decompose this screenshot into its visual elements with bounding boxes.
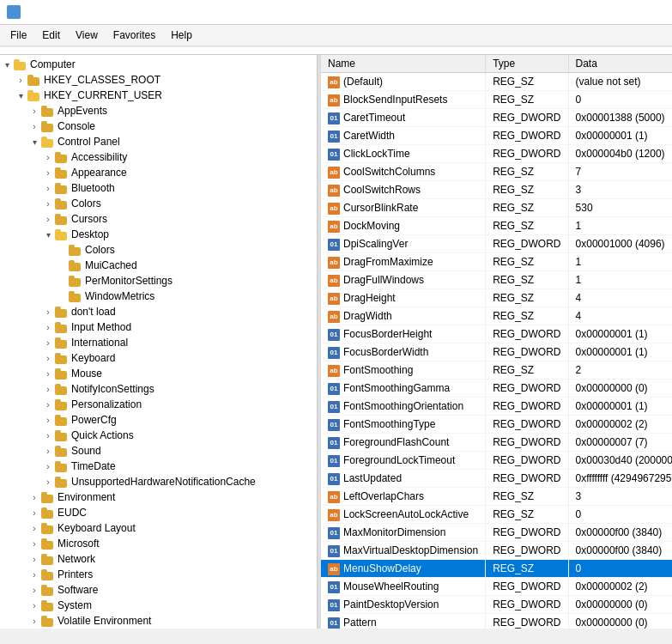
tree-item-inputmethod[interactable]: ›Input Method <box>0 319 317 335</box>
table-row[interactable]: abDragHeightREG_SZ4 <box>321 289 672 307</box>
tree-arrow-controlpanel[interactable]: ▾ <box>27 137 41 147</box>
table-row[interactable]: 01PaintDesktopVersionREG_DWORD0x00000000… <box>321 596 672 614</box>
tree-arrow-powercfg[interactable]: › <box>41 416 55 425</box>
table-row[interactable]: abLockScreenAutoLockActiveREG_SZ0 <box>321 506 672 524</box>
tree-item-timedate[interactable]: ›TimeDate <box>0 459 317 474</box>
menu-item-favorites[interactable]: Favorites <box>106 27 162 44</box>
table-row[interactable]: 01ClickLockTimeREG_DWORD0x000004b0 (1200… <box>321 145 672 163</box>
tree-item-muicached[interactable]: MuiCached <box>0 258 317 273</box>
tree-item-dontload[interactable]: ›don't load <box>0 304 317 319</box>
table-row[interactable]: abLeftOverlapCharsREG_SZ3 <box>321 488 672 506</box>
menu-item-view[interactable]: View <box>69 27 105 44</box>
tree-item-quickactions[interactable]: ›Quick Actions <box>0 428 317 443</box>
table-row[interactable]: 01MaxVirtualDesktopDimensionREG_DWORD0x0… <box>321 542 672 560</box>
tree-arrow-microsoft[interactable]: › <box>27 539 41 549</box>
tree-item-environment[interactable]: ›Environment <box>0 489 317 505</box>
tree-item-desktop-colors[interactable]: Colors <box>0 242 317 258</box>
table-row[interactable]: 01DpiScalingVerREG_DWORD0x00001000 (4096… <box>321 235 672 253</box>
menu-item-help[interactable]: Help <box>164 27 199 44</box>
tree-item-international[interactable]: ›International <box>0 335 317 350</box>
tree-item-microsoft[interactable]: ›Microsoft <box>0 536 317 551</box>
tree-arrow-international[interactable]: › <box>41 338 55 348</box>
tree-item-accessibility[interactable]: ›Accessibility <box>0 149 317 165</box>
tree-arrow-personalization[interactable]: › <box>41 400 55 410</box>
tree-arrow-cursors[interactable]: › <box>41 215 55 224</box>
tree-arrow-quickactions[interactable]: › <box>41 431 55 440</box>
tree-item-network[interactable]: ›Network <box>0 551 317 567</box>
tree-arrow-console[interactable]: › <box>27 122 41 131</box>
table-row[interactable]: abBlockSendInputResetsREG_SZ0 <box>321 91 672 109</box>
table-row[interactable]: abDragWidthREG_SZ4 <box>321 307 672 325</box>
table-row[interactable]: 01FocusBorderWidthREG_DWORD0x00000001 (1… <box>321 343 672 361</box>
tree-item-computer[interactable]: ▾Computer <box>0 57 317 72</box>
tree-arrow-colors[interactable]: › <box>41 199 55 209</box>
tree-item-unsupportedhw[interactable]: ›UnsupportedHardwareNotificationCache <box>0 474 317 489</box>
table-row[interactable]: 01LastUpdatedREG_DWORD0xffffffff (429496… <box>321 470 672 488</box>
tree-item-appearance[interactable]: ›Appearance <box>0 165 317 180</box>
tree-arrow-bluetooth[interactable]: › <box>41 184 55 193</box>
tree-arrow-software[interactable]: › <box>27 586 41 595</box>
table-row[interactable]: abDockMovingREG_SZ1 <box>321 217 672 235</box>
tree-item-printers[interactable]: ›Printers <box>0 567 317 582</box>
table-row[interactable]: 01FontSmoothingGammaREG_DWORD0x00000000 … <box>321 380 672 398</box>
tree-item-software[interactable]: ›Software <box>0 582 317 598</box>
tree-item-eudc[interactable]: ›EUDC <box>0 505 317 520</box>
tree-item-keyboardlayout[interactable]: ›Keyboard Layout <box>0 520 317 536</box>
table-row[interactable]: 01FocusBorderHeightREG_DWORD0x00000001 (… <box>321 325 672 343</box>
tree-item-windowmetrics[interactable]: WindowMetrics <box>0 289 317 304</box>
tree-arrow-volatile[interactable]: › <box>27 617 41 626</box>
tree-item-system[interactable]: ›System <box>0 598 317 613</box>
tree-arrow-unsupportedhw[interactable]: › <box>41 477 55 487</box>
right-panel[interactable]: Name Type Data ab(Default)REG_SZ(value n… <box>321 55 672 629</box>
tree-item-permonitorsettings[interactable]: PerMonitorSettings <box>0 273 317 289</box>
table-row[interactable]: abMenuShowDelayREG_SZ0 <box>321 560 672 578</box>
table-row[interactable]: abFontSmoothingREG_SZ2 <box>321 361 672 380</box>
tree-item-console[interactable]: ›Console <box>0 118 317 134</box>
tree-item-colors[interactable]: ›Colors <box>0 196 317 211</box>
table-row[interactable]: ab(Default)REG_SZ(value not set) <box>321 73 672 91</box>
tree-item-keyboard[interactable]: ›Keyboard <box>0 350 317 366</box>
table-row[interactable]: abDragFromMaximizeREG_SZ1 <box>321 253 672 271</box>
menu-item-file[interactable]: File <box>3 27 33 44</box>
tree-item-controlpanel[interactable]: ▾Control Panel <box>0 134 317 149</box>
tree-item-powercfg[interactable]: ›PowerCfg <box>0 412 317 428</box>
tree-arrow-keyboardlayout[interactable]: › <box>27 524 41 533</box>
tree-arrow-hkcr[interactable]: › <box>14 76 27 85</box>
tree-item-sound[interactable]: ›Sound <box>0 443 317 459</box>
tree-item-mouse[interactable]: ›Mouse <box>0 366 317 381</box>
tree-arrow-desktop[interactable]: ▾ <box>41 230 55 240</box>
table-row[interactable]: 01CaretWidthREG_DWORD0x00000001 (1) <box>321 127 672 145</box>
table-row[interactable]: abCoolSwitchColumnsREG_SZ7 <box>321 163 672 181</box>
tree-arrow-system[interactable]: › <box>27 601 41 611</box>
tree-item-bluetooth[interactable]: ›Bluetooth <box>0 180 317 196</box>
table-row[interactable]: 01CaretTimeoutREG_DWORD0x00001388 (5000) <box>321 109 672 127</box>
tree-arrow-sound[interactable]: › <box>41 447 55 456</box>
tree-arrow-timedate[interactable]: › <box>41 462 55 471</box>
table-row[interactable]: 01MaxMonitorDimensionREG_DWORD0x00000f00… <box>321 524 672 542</box>
tree-item-hkcu[interactable]: ▾HKEY_CURRENT_USER <box>0 88 317 103</box>
tree-arrow-keyboard[interactable]: › <box>41 354 55 363</box>
tree-arrow-eudc[interactable]: › <box>27 508 41 518</box>
table-row[interactable]: abCoolSwitchRowsREG_SZ3 <box>321 181 672 199</box>
tree-arrow-inputmethod[interactable]: › <box>41 323 55 332</box>
tree-arrow-notifyiconsettings[interactable]: › <box>41 385 55 394</box>
tree-item-cursors[interactable]: ›Cursors <box>0 211 317 227</box>
tree-arrow-appevents[interactable]: › <box>27 106 41 116</box>
table-row[interactable]: abDragFullWindowsREG_SZ1 <box>321 271 672 289</box>
tree-arrow-computer[interactable]: ▾ <box>0 60 14 70</box>
tree-item-appevents[interactable]: ›AppEvents <box>0 103 317 118</box>
menu-item-edit[interactable]: Edit <box>35 27 67 44</box>
tree-arrow-hkcu[interactable]: ▾ <box>14 91 27 100</box>
tree-arrow-dontload[interactable]: › <box>41 307 55 317</box>
table-row[interactable]: 01MouseWheelRoutingREG_DWORD0x00000002 (… <box>321 578 672 596</box>
tree-item-hkcr[interactable]: ›HKEY_CLASSES_ROOT <box>0 72 317 88</box>
table-row[interactable]: 01ForegroundFlashCountREG_DWORD0x0000000… <box>321 434 672 452</box>
tree-panel[interactable]: ▾Computer›HKEY_CLASSES_ROOT▾HKEY_CURRENT… <box>0 55 318 629</box>
tree-arrow-environment[interactable]: › <box>27 493 41 502</box>
table-row[interactable]: 01FontSmoothingTypeREG_DWORD0x00000002 (… <box>321 416 672 434</box>
tree-item-notifyiconsettings[interactable]: ›NotifyIconSettings <box>0 381 317 397</box>
table-row[interactable]: 01FontSmoothingOrientationREG_DWORD0x000… <box>321 398 672 416</box>
tree-arrow-network[interactable]: › <box>27 555 41 564</box>
tree-item-desktop[interactable]: ▾Desktop <box>0 227 317 242</box>
tree-item-personalization[interactable]: ›Personalization <box>0 397 317 412</box>
